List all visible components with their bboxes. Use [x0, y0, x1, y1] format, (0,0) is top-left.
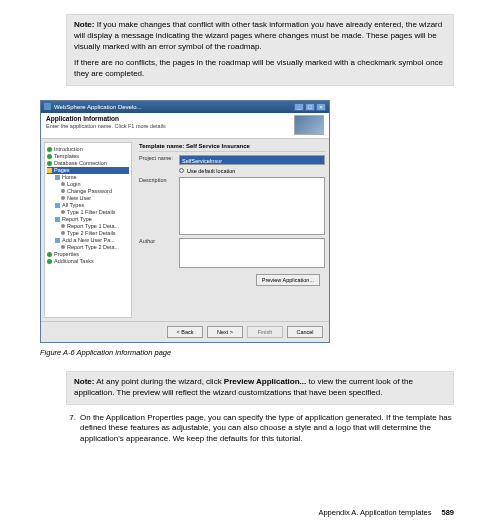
note-1-lead: Note: — [74, 20, 94, 29]
tree-node-label: Home — [62, 174, 77, 180]
check-icon — [47, 259, 52, 264]
page-footer: Appendix A. Application templates 589 — [318, 508, 454, 517]
close-button[interactable]: × — [316, 103, 326, 111]
tree-node-label: Templates — [54, 153, 79, 159]
tree-node-label: Introduction — [54, 146, 83, 152]
dot-icon — [61, 189, 65, 193]
tree-node[interactable]: New User — [47, 195, 129, 202]
titlebar: WebSphere Application Develo... _ □ × — [41, 101, 329, 113]
tree-node-label: All Types — [62, 202, 84, 208]
dot-icon — [61, 224, 65, 228]
tree-node[interactable]: Add a New User Pa... — [47, 237, 129, 244]
minimize-button[interactable]: _ — [294, 103, 304, 111]
wizard-window: WebSphere Application Develo... _ □ × Ap… — [40, 100, 330, 343]
tree-node-label: Properties — [54, 251, 79, 257]
description-label: Description — [139, 177, 179, 183]
preview-application-button[interactable]: Preview Application... — [256, 274, 320, 286]
default-loc-label: Use default location — [187, 168, 235, 174]
tree-node[interactable]: Database Connection — [47, 160, 129, 167]
footer-section: Appendix A. Application templates — [318, 508, 431, 517]
project-label: Project name: — [139, 155, 179, 161]
dot-icon — [61, 231, 65, 235]
wizard-header-title: Application Information — [46, 115, 294, 122]
box-icon — [55, 203, 60, 208]
form-area: Template name: Self Service Insurance Pr… — [135, 139, 329, 321]
note-1-para-2: If there are no conflicts, the pages in … — [74, 58, 446, 80]
check-icon — [47, 147, 52, 152]
sel-icon — [47, 168, 52, 173]
app-icon — [44, 103, 51, 110]
description-textarea[interactable] — [179, 177, 325, 235]
tree-node[interactable]: Introduction — [47, 146, 129, 153]
note-box-1: Note: If you make changes that conflict … — [66, 14, 454, 86]
dot-icon — [61, 245, 65, 249]
project-name-input[interactable]: SelfServiceInsur — [179, 155, 325, 165]
next-button[interactable]: Next > — [207, 326, 243, 338]
tree-node-label: Type 2 Filter Details — [67, 230, 116, 236]
wizard-header-image — [294, 115, 324, 135]
tree-node-label: New User — [67, 195, 91, 201]
roadmap-tree[interactable]: IntroductionTemplatesDatabase Connection… — [44, 142, 132, 318]
tree-node-label: Pages — [54, 167, 70, 173]
tree-node[interactable]: All Types — [47, 202, 129, 209]
wizard-header: Application Information Enter the applic… — [41, 113, 329, 139]
box-icon — [55, 217, 60, 222]
note-1-text-1: If you make changes that conflict with o… — [74, 20, 442, 51]
tree-node-label: Type 1 Filter Details — [67, 209, 116, 215]
tree-node[interactable]: Login — [47, 181, 129, 188]
footer-page-number: 589 — [441, 508, 454, 517]
maximize-button[interactable]: □ — [305, 103, 315, 111]
tree-node-label: Add a New User Pa... — [62, 237, 115, 243]
tree-node[interactable]: Report Type 2 Deta... — [47, 244, 129, 251]
note-1-para-1: Note: If you make changes that conflict … — [74, 20, 446, 52]
check-icon — [47, 154, 52, 159]
back-button[interactable]: < Back — [167, 326, 203, 338]
dot-icon — [61, 182, 65, 186]
note-box-2: Note: At any point during the wizard, cl… — [66, 371, 454, 405]
tree-node-label: Change Password — [67, 188, 112, 194]
tree-node[interactable]: Properties — [47, 251, 129, 258]
note-2-text-a: At any point during the wizard, click — [96, 377, 224, 386]
finish-button[interactable]: Finish — [247, 326, 283, 338]
tree-node[interactable]: Type 2 Filter Details — [47, 230, 129, 237]
author-label: Author — [139, 238, 179, 244]
cancel-button[interactable]: Cancel — [287, 326, 323, 338]
note-2-lead: Note: — [74, 377, 94, 386]
box-icon — [55, 175, 60, 180]
tree-node[interactable]: Additional Tasks — [47, 258, 129, 265]
form-section-title: Template name: Self Service Insurance — [139, 143, 325, 152]
box-icon — [55, 238, 60, 243]
tree-node[interactable]: Change Password — [47, 188, 129, 195]
tree-node-label: Database Connection — [54, 160, 107, 166]
wizard-header-sub: Enter the application name. Click F1 mor… — [46, 123, 294, 129]
tree-node[interactable]: Report Type — [47, 216, 129, 223]
wizard-button-bar: < Back Next > Finish Cancel — [41, 321, 329, 342]
tree-node-label: Login — [67, 181, 80, 187]
tree-node[interactable]: Report Type 1 Deta... — [47, 223, 129, 230]
tree-node[interactable]: Home — [47, 174, 129, 181]
tree-node-label: Report Type 1 Deta... — [67, 223, 119, 229]
tree-node[interactable]: Pages — [47, 167, 129, 174]
tree-node-label: Report Type 2 Deta... — [67, 244, 119, 250]
window-title: WebSphere Application Develo... — [54, 104, 142, 110]
check-icon — [47, 252, 52, 257]
tree-node[interactable]: Type 1 Filter Details — [47, 209, 129, 216]
check-icon — [47, 161, 52, 166]
step-7-text: On the Application Properties page, you … — [80, 413, 454, 445]
tree-node-label: Additional Tasks — [54, 258, 94, 264]
figure-caption: Figure A-6 Application information page — [40, 348, 454, 357]
author-input[interactable] — [179, 238, 325, 268]
dot-icon — [61, 196, 65, 200]
tree-node-label: Report Type — [62, 216, 92, 222]
dot-icon — [61, 210, 65, 214]
tree-node[interactable]: Templates — [47, 153, 129, 160]
default-loc-radio[interactable] — [179, 168, 184, 173]
step-7: 7. On the Application Properties page, y… — [66, 413, 454, 445]
step-7-number: 7. — [66, 413, 80, 445]
note-2-bold: Preview Application... — [224, 377, 306, 386]
